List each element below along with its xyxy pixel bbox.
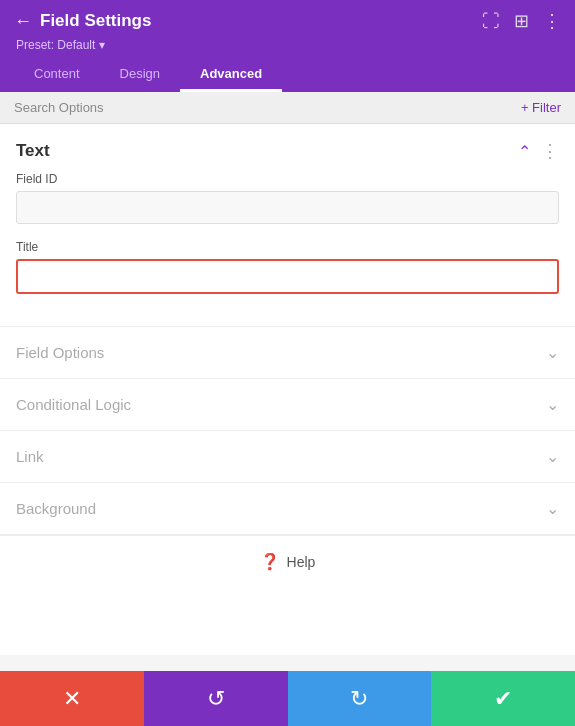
filter-button[interactable]: + Filter [521, 100, 561, 115]
field-options-chevron-icon: ⌄ [546, 343, 559, 362]
conditional-logic-title: Conditional Logic [16, 396, 131, 413]
tabs-bar: Content Design Advanced [14, 58, 561, 92]
text-section: Text ⌃ ⋮ Field ID Title [0, 124, 575, 327]
title-label: Title [16, 240, 559, 254]
save-icon: ✔ [494, 686, 512, 712]
question-circle-icon: ❓ [260, 552, 280, 571]
undo-icon: ↺ [207, 686, 225, 712]
conditional-logic-chevron-icon: ⌄ [546, 395, 559, 414]
undo-button[interactable]: ↺ [144, 671, 288, 726]
background-chevron-icon: ⌄ [546, 499, 559, 518]
link-title: Link [16, 448, 44, 465]
tab-content[interactable]: Content [14, 58, 100, 92]
text-section-header: Text ⌃ ⋮ [0, 124, 575, 172]
main-content: Text ⌃ ⋮ Field ID Title Field Options ⌄ … [0, 124, 575, 655]
header-top: ← Field Settings ⛶ ⊞ ⋮ [14, 10, 561, 32]
redo-icon: ↻ [350, 686, 368, 712]
preset-label[interactable]: Preset: Default ▾ [14, 38, 561, 52]
field-id-label: Field ID [16, 172, 559, 186]
cancel-icon: ✕ [63, 686, 81, 712]
search-options-label: Search Options [14, 100, 104, 115]
search-bar: Search Options + Filter [0, 92, 575, 124]
redo-button[interactable]: ↻ [288, 671, 432, 726]
header-left: ← Field Settings [14, 11, 151, 32]
field-id-input[interactable] [16, 191, 559, 224]
background-section[interactable]: Background ⌄ [0, 483, 575, 535]
title-group: Title [16, 240, 559, 294]
page-title: Field Settings [40, 11, 151, 31]
text-section-body: Field ID Title [0, 172, 575, 326]
conditional-logic-section[interactable]: Conditional Logic ⌄ [0, 379, 575, 431]
text-section-title: Text [16, 141, 50, 161]
link-section[interactable]: Link ⌄ [0, 431, 575, 483]
bottom-toolbar: ✕ ↺ ↻ ✔ [0, 671, 575, 726]
field-options-title: Field Options [16, 344, 104, 361]
grid-icon[interactable]: ⊞ [514, 10, 529, 32]
back-arrow-icon[interactable]: ← [14, 11, 32, 32]
cancel-button[interactable]: ✕ [0, 671, 144, 726]
field-id-group: Field ID [16, 172, 559, 224]
help-area: ❓ Help [0, 535, 575, 587]
background-title: Background [16, 500, 96, 517]
expand-icon[interactable]: ⛶ [482, 11, 500, 32]
more-options-icon[interactable]: ⋮ [543, 10, 561, 32]
tab-design[interactable]: Design [100, 58, 180, 92]
link-chevron-icon: ⌄ [546, 447, 559, 466]
header-icons: ⛶ ⊞ ⋮ [482, 10, 561, 32]
tab-advanced[interactable]: Advanced [180, 58, 282, 92]
help-label[interactable]: Help [287, 554, 316, 570]
field-options-section[interactable]: Field Options ⌄ [0, 327, 575, 379]
text-section-collapse-icon[interactable]: ⌃ [518, 142, 531, 161]
text-section-more-icon[interactable]: ⋮ [541, 140, 559, 162]
save-button[interactable]: ✔ [431, 671, 575, 726]
text-section-actions: ⌃ ⋮ [518, 140, 559, 162]
header: ← Field Settings ⛶ ⊞ ⋮ Preset: Default ▾… [0, 0, 575, 92]
title-input[interactable] [16, 259, 559, 294]
